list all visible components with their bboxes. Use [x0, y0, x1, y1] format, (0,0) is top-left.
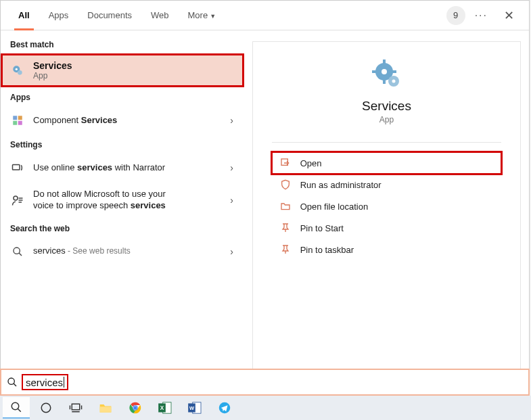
svg-rect-22 — [72, 404, 79, 410]
chevron-right-icon: › — [230, 115, 233, 126]
chevron-down-icon: ▼ — [210, 13, 216, 20]
svg-rect-6 — [18, 121, 22, 125]
best-match-title: Services — [33, 60, 72, 71]
taskbar-telegram[interactable] — [211, 397, 238, 419]
taskbar-cortana-button[interactable] — [32, 397, 60, 419]
detail-subtitle: App — [379, 115, 394, 124]
action-run-as-admin[interactable]: Run as administrator — [272, 174, 502, 195]
close-icon[interactable]: ✕ — [497, 8, 521, 23]
result-speech-services[interactable]: Do not allow Microsoft to use your voice… — [1, 182, 244, 218]
svg-point-27 — [133, 406, 137, 409]
section-apps: Apps — [1, 87, 244, 106]
pin-icon — [279, 244, 292, 255]
divider — [272, 142, 502, 143]
taskbar-taskview-button[interactable] — [62, 397, 89, 419]
svg-rect-3 — [13, 116, 17, 120]
open-icon — [279, 158, 292, 168]
section-best-match: Best match — [1, 34, 244, 53]
section-settings: Settings — [1, 135, 244, 154]
windows-search-panel: All Apps Documents Web More▼ 9 ··· ✕ Bes… — [0, 0, 530, 382]
detail-title: Services — [362, 99, 411, 114]
svg-rect-23 — [100, 406, 112, 412]
best-match-subtitle: App — [33, 71, 72, 80]
taskbar-excel[interactable]: X — [152, 397, 179, 419]
svg-rect-12 — [383, 60, 386, 64]
detail-column: Services App Open Run as administrator — [244, 30, 529, 381]
more-options-icon[interactable]: ··· — [471, 9, 492, 22]
taskbar-word[interactable]: W — [181, 397, 208, 419]
svg-point-1 — [18, 70, 22, 75]
svg-rect-7 — [13, 165, 20, 170]
text-caret — [64, 377, 64, 388]
svg-point-17 — [392, 80, 395, 83]
svg-point-8 — [14, 196, 18, 200]
svg-rect-14 — [372, 70, 376, 73]
search-query-highlight: services — [22, 374, 68, 390]
result-web-services[interactable]: services - See web results › — [1, 237, 244, 266]
svg-rect-15 — [392, 70, 396, 73]
search-input-bar[interactable]: services — [0, 369, 530, 396]
svg-point-19 — [8, 378, 14, 384]
rewards-badge[interactable]: 9 — [446, 6, 465, 25]
svg-point-20 — [11, 402, 19, 410]
chevron-right-icon: › — [230, 195, 233, 206]
pin-icon — [279, 223, 292, 233]
result-best-match-services[interactable]: Services App — [1, 53, 244, 87]
speech-privacy-icon — [10, 193, 25, 208]
narrator-icon — [10, 160, 25, 175]
services-gear-icon — [371, 58, 403, 91]
svg-point-2 — [16, 68, 18, 70]
svg-point-9 — [14, 248, 20, 254]
search-icon — [7, 377, 18, 388]
results-column: Best match Services App Apps Component S… — [1, 30, 244, 381]
shield-icon — [279, 179, 292, 190]
action-pin-to-taskbar[interactable]: Pin to taskbar — [272, 239, 502, 260]
tab-apps[interactable]: Apps — [39, 1, 78, 30]
taskbar-file-explorer[interactable] — [92, 397, 119, 419]
action-open-file-location[interactable]: Open file location — [272, 195, 502, 217]
taskbar: X W — [0, 396, 531, 420]
taskbar-search-button[interactable] — [3, 397, 30, 419]
result-narrator-services[interactable]: Use online services with Narrator › — [1, 154, 244, 182]
svg-rect-4 — [18, 116, 22, 120]
chevron-right-icon: › — [230, 162, 233, 173]
detail-card: Services App Open Run as administrator — [252, 41, 521, 373]
action-open[interactable]: Open — [272, 152, 502, 174]
services-gear-icon — [10, 63, 25, 78]
svg-text:W: W — [189, 405, 194, 411]
search-query-text: services — [26, 377, 63, 388]
action-pin-to-start[interactable]: Pin to Start — [272, 217, 502, 239]
svg-text:X: X — [160, 405, 164, 411]
result-component-services[interactable]: Component Services › — [1, 106, 244, 135]
component-services-icon — [10, 113, 25, 128]
search-filter-tabs: All Apps Documents Web More▼ 9 ··· ✕ — [1, 1, 529, 30]
folder-icon — [279, 201, 292, 212]
section-web: Search the web — [1, 218, 244, 237]
svg-point-21 — [41, 403, 51, 413]
chevron-right-icon: › — [230, 246, 233, 257]
tab-documents[interactable]: Documents — [78, 1, 141, 30]
tab-more[interactable]: More▼ — [179, 1, 226, 30]
tab-all[interactable]: All — [9, 1, 39, 30]
taskbar-chrome[interactable] — [122, 397, 149, 419]
svg-point-11 — [382, 69, 387, 74]
tab-web[interactable]: Web — [141, 1, 179, 30]
svg-rect-13 — [383, 80, 386, 84]
svg-rect-5 — [13, 121, 17, 125]
search-icon — [10, 244, 25, 259]
